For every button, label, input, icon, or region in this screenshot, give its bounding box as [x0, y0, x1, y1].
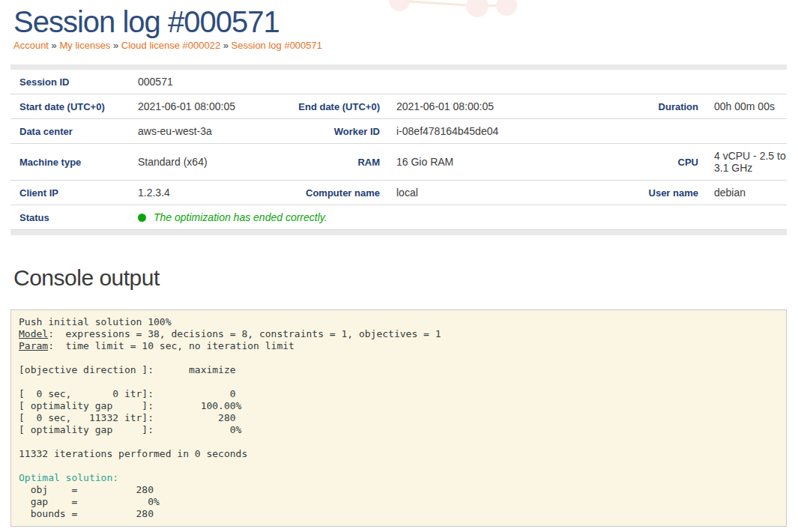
status-ok-dot-icon: [138, 214, 146, 222]
ram-label: RAM: [284, 144, 380, 181]
table-header-bar: [10, 64, 787, 70]
session-details-table: Session ID 000571 Start date (UTC+0) 202…: [10, 64, 787, 235]
status-message: The optimization has ended correctly.: [154, 211, 327, 223]
page-title: Session log #000571: [13, 4, 798, 39]
cpu-label: CPU: [596, 144, 698, 181]
session-id-value: 000571: [138, 70, 787, 94]
end-date-value: 2021-06-01 08:00:05: [380, 94, 596, 119]
console-line: [19, 460, 779, 472]
machine-type-label: Machine type: [10, 144, 138, 181]
data-center-label: Data center: [10, 119, 138, 144]
worker-id-value: i-08ef478164b45de04: [380, 119, 787, 144]
console-line: [ optimality gap ]: 100.00%: [19, 400, 779, 412]
cpu-value: 4 vCPU - 2.5 to 3.1 GHz: [698, 144, 787, 181]
breadcrumb-link[interactable]: Session log #000571: [232, 40, 322, 51]
console-line: bounds = 280: [19, 508, 779, 520]
breadcrumb-separator: »: [49, 40, 59, 51]
end-date-label: End date (UTC+0): [284, 94, 380, 119]
user-name-label: User name: [596, 181, 698, 205]
console-line: [19, 376, 779, 388]
console-line: [objective direction ]: maximize: [19, 364, 779, 376]
console-line: [ optimality gap ]: 0%: [19, 424, 779, 436]
console-line: Model: expressions = 38, decisions = 8, …: [19, 328, 779, 340]
console-line: [19, 436, 779, 448]
table-row-datacenter: Data center aws-eu-west-3a Worker ID i-0…: [10, 119, 787, 144]
status-cell: The optimization has ended correctly.: [138, 205, 787, 230]
console-line: Push initial solution 100%: [19, 316, 779, 328]
breadcrumb-separator: »: [110, 40, 121, 51]
console-line-keyword: Param: [19, 340, 48, 351]
table-row-client: Client IP 1.2.3.4 Computer name local Us…: [10, 181, 787, 205]
start-date-value: 2021-06-01 08:00:05: [138, 94, 284, 119]
table-row-status: Status The optimization has ended correc…: [10, 205, 787, 230]
user-name-value: debian: [698, 181, 787, 205]
table-footer-bar: [10, 230, 787, 236]
status-label: Status: [10, 205, 138, 230]
worker-id-label: Worker ID: [284, 119, 380, 144]
console-output-heading: Console output: [13, 265, 798, 290]
console-line: gap = 0%: [19, 496, 779, 508]
session-id-label: Session ID: [10, 70, 138, 94]
breadcrumb: Account » My licenses » Cloud license #0…: [13, 40, 798, 51]
breadcrumb-link[interactable]: Account: [13, 40, 49, 51]
console-line: [ 0 sec, 0 itr]: 0: [19, 388, 779, 400]
duration-label: Duration: [596, 94, 698, 119]
table-row-machine: Machine type Standard (x64) RAM 16 Gio R…: [10, 144, 787, 181]
computer-name-label: Computer name: [284, 181, 380, 205]
console-line-keyword: Model: [19, 328, 48, 339]
ram-value: 16 Gio RAM: [380, 144, 596, 181]
data-center-value: aws-eu-west-3a: [138, 119, 284, 144]
console-line: Optimal solution:: [19, 472, 779, 484]
start-date-label: Start date (UTC+0): [10, 94, 138, 119]
breadcrumb-link[interactable]: Cloud license #000022: [121, 40, 220, 51]
console-line: [ 0 sec, 11332 itr]: 280: [19, 412, 779, 424]
computer-name-value: local: [380, 181, 596, 205]
client-ip-value: 1.2.3.4: [138, 181, 284, 205]
console-line: [19, 352, 779, 364]
duration-value: 00h 00m 00s: [698, 94, 787, 119]
console-line: obj = 280: [19, 484, 779, 496]
breadcrumb-separator: »: [220, 40, 231, 51]
console-line: 11332 iterations performed in 0 seconds: [19, 448, 779, 460]
machine-type-value: Standard (x64): [138, 144, 284, 181]
breadcrumb-link[interactable]: My licenses: [59, 40, 110, 51]
table-row-dates: Start date (UTC+0) 2021-06-01 08:00:05 E…: [10, 94, 787, 119]
console-line: Param: time limit = 10 sec, no iteration…: [19, 340, 779, 352]
client-ip-label: Client IP: [10, 181, 138, 205]
console-output-box: Push initial solution 100%Model: express…: [10, 309, 787, 527]
table-row-session-id: Session ID 000571: [10, 70, 787, 94]
